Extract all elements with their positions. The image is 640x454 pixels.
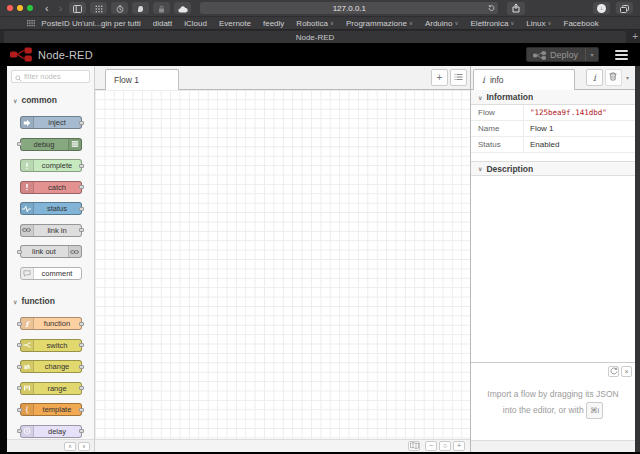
address-bar[interactable]: 127.0.0.1 (200, 2, 498, 14)
zoom-reset-button[interactable]: ○ (439, 441, 451, 451)
palette-node-switch[interactable]: switch (20, 339, 82, 352)
info-tab-button[interactable]: i (586, 69, 603, 86)
bookmark-item[interactable]: feedly (263, 19, 284, 28)
history-button[interactable] (111, 2, 128, 14)
input-port[interactable] (17, 142, 22, 146)
output-port[interactable] (79, 408, 84, 412)
close-window-button[interactable] (7, 5, 13, 11)
zoom-window-button[interactable] (27, 5, 33, 11)
palette-section-header-common[interactable]: ∨common (7, 93, 94, 107)
palette-node-complete[interactable]: complete (20, 159, 82, 172)
share-button[interactable] (507, 2, 525, 15)
palette-node-status[interactable]: status (20, 202, 82, 215)
output-port[interactable] (79, 322, 84, 326)
input-port[interactable] (17, 343, 22, 347)
flow-canvas[interactable] (95, 90, 470, 439)
bookmark-item[interactable]: iCloud (184, 19, 207, 28)
downloads-button[interactable]: ↓ (593, 2, 610, 14)
navigator-button[interactable] (408, 441, 420, 451)
bookmark-item[interactable]: Linux∨ (526, 19, 551, 28)
input-port[interactable] (17, 429, 22, 433)
palette-node-debug[interactable]: debug (20, 138, 82, 151)
exclamation-icon (21, 160, 34, 171)
bookmark-item[interactable]: Evernote (219, 19, 251, 28)
forward-button[interactable]: › (56, 2, 66, 14)
close-tips-button[interactable]: × (621, 366, 632, 377)
output-port[interactable] (79, 343, 84, 347)
tab-flow-1[interactable]: Flow 1 (105, 69, 179, 90)
output-port[interactable] (79, 365, 84, 369)
palette-section-label: common (21, 95, 56, 105)
output-port[interactable] (79, 121, 84, 125)
tab-info[interactable]: i info (473, 69, 575, 90)
bookmarks-grid-icon[interactable] (27, 20, 35, 29)
reload-icon[interactable] (488, 4, 495, 14)
palette-scroll-up-button[interactable]: ∧ (64, 442, 76, 451)
information-section-header[interactable]: ∨ Information (471, 90, 635, 105)
palette-node-catch[interactable]: catch (20, 181, 82, 194)
browser-tab[interactable]: Node-RED (4, 31, 626, 43)
back-button[interactable]: ‹ (42, 2, 52, 14)
output-port[interactable] (79, 164, 84, 168)
workspace-tab-bar: Flow 1 + (95, 66, 470, 90)
sidebar-toggle-button[interactable] (69, 2, 86, 14)
deploy-button[interactable]: Deploy ▾ (526, 47, 599, 62)
input-port[interactable] (17, 408, 22, 412)
palette-section-header-function[interactable]: ∨function (7, 294, 94, 308)
page-title: Node-RED (38, 49, 93, 61)
bookmark-item[interactable]: Programmazione∨ (346, 19, 413, 28)
zoom-out-button[interactable]: − (425, 441, 437, 451)
input-port[interactable] (17, 322, 22, 326)
bookmark-item[interactable]: Elettronica∨ (471, 19, 515, 28)
output-port[interactable] (79, 185, 84, 189)
bookmark-item[interactable]: Facebook (564, 19, 599, 28)
bookmark-item[interactable]: Arduino∨ (425, 19, 459, 28)
palette-search[interactable] (11, 70, 90, 83)
input-port[interactable] (17, 250, 22, 254)
debug-tab-button[interactable] (605, 69, 622, 86)
deploy-options-button[interactable]: ▾ (585, 48, 598, 61)
url-text: 127.0.0.1 (333, 4, 366, 13)
palette-node-delay[interactable]: delay (20, 425, 82, 438)
palette-node-link-in[interactable]: link in (20, 224, 82, 237)
palette-node-inject[interactable]: inject (20, 116, 82, 129)
zoom-in-button[interactable]: + (453, 441, 465, 451)
tab-overview-button[interactable] (616, 2, 633, 14)
palette-node-comment[interactable]: comment (20, 267, 82, 280)
palette-node-link-out[interactable]: link out (20, 245, 82, 258)
tip-line-2: into the editor, or with (503, 405, 584, 415)
bookmark-item[interactable]: Robotica∨ (296, 19, 334, 28)
palette-search-input[interactable] (24, 72, 84, 81)
sidebar-menu-button[interactable]: ▾ (624, 74, 631, 81)
palette-node-template[interactable]: {template (20, 403, 82, 416)
flow-list-button[interactable] (450, 69, 467, 86)
bookmark-item[interactable]: didatt (153, 19, 173, 28)
add-flow-button[interactable]: + (431, 69, 448, 86)
palette-node-range[interactable]: range (20, 382, 82, 395)
switch-fork-icon (21, 340, 34, 351)
next-tip-button[interactable] (608, 366, 619, 377)
palette-node-change[interactable]: change (20, 360, 82, 373)
bookmark-item[interactable]: PosteID Un'uni...gin per tutti (41, 19, 140, 28)
chevron-down-icon: ∨ (13, 298, 17, 305)
minimize-window-button[interactable] (17, 5, 23, 11)
comment-bubble-icon (21, 268, 34, 279)
top-sites-button[interactable] (90, 2, 107, 14)
new-tab-button[interactable]: + (632, 30, 638, 43)
cloud-icon (178, 0, 188, 17)
icloud-button[interactable] (174, 2, 191, 14)
input-port[interactable] (17, 365, 22, 369)
palette-sections: ∨commoninjectdebugcompletecatchstatuslin… (7, 87, 94, 439)
output-port[interactable] (79, 207, 84, 211)
palette-scroll-down-button[interactable]: ∨ (78, 442, 90, 451)
palette-node-function[interactable]: ffunction (20, 317, 82, 330)
output-port[interactable] (79, 228, 84, 232)
password-button[interactable] (153, 2, 170, 14)
output-port[interactable] (79, 429, 84, 433)
main-menu-button[interactable] (615, 50, 628, 60)
description-section-header[interactable]: ∨ Description (471, 161, 635, 176)
window-left-edge (0, 66, 7, 452)
extension-button[interactable] (132, 2, 149, 14)
output-port[interactable] (79, 386, 84, 390)
input-port[interactable] (17, 386, 22, 390)
